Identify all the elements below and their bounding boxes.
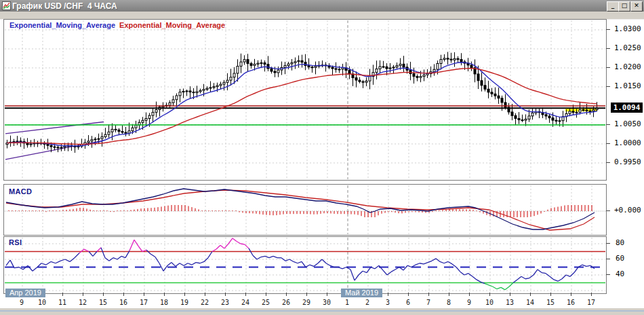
date-label: 16 xyxy=(563,299,578,306)
month-label: Апр 2019 xyxy=(5,289,45,297)
date-tick-mark xyxy=(83,293,83,296)
date-tick-mark xyxy=(184,293,185,296)
date-tick-mark xyxy=(306,293,307,296)
date-label: 14 xyxy=(523,299,538,306)
date-tick-mark xyxy=(449,293,449,296)
indicator-legend: Exponential_Moving_Average Exponential_M… xyxy=(9,21,225,29)
date-label: 22 xyxy=(197,299,212,306)
date-tick-mark xyxy=(408,293,409,296)
date-label: 9 xyxy=(14,299,29,306)
date-label: 9 xyxy=(462,299,477,306)
date-label: 3 xyxy=(380,299,395,306)
price-tick-mark xyxy=(606,162,610,163)
macd-zero-label: +0.000 xyxy=(614,206,641,215)
rsi-label: RSI xyxy=(9,238,22,246)
date-label: 13 xyxy=(502,299,517,306)
price-tick-mark xyxy=(606,48,610,49)
date-label: 18 xyxy=(157,299,172,306)
price-tick-label: 1.0250 xyxy=(614,43,641,52)
date-label: 12 xyxy=(75,299,90,306)
date-label: 7 xyxy=(421,299,436,306)
date-tick-mark xyxy=(591,293,592,296)
date-label: 15 xyxy=(96,299,110,306)
date-tick-mark xyxy=(489,293,490,296)
status-strip xyxy=(0,308,644,315)
date-tick-mark xyxy=(225,293,226,296)
price-tick-label: 1.0300 xyxy=(614,24,641,33)
rsi-panel[interactable] xyxy=(3,236,607,294)
date-tick-mark xyxy=(286,293,287,296)
date-tick-mark xyxy=(530,293,531,296)
date-tick-mark xyxy=(388,293,388,296)
rsi-tick-mark xyxy=(606,243,610,244)
date-label: 16 xyxy=(116,299,131,306)
month-label: Май 2019 xyxy=(341,289,382,297)
minimize-button[interactable]: _ xyxy=(607,1,619,12)
ema-legend-blue: Exponential_Moving_Average xyxy=(9,21,115,29)
main-chart-panel[interactable] xyxy=(3,19,607,181)
macd-canvas[interactable] xyxy=(4,185,606,235)
macd-label: MACD xyxy=(9,187,32,196)
date-tick-mark xyxy=(550,293,551,296)
date-tick-mark xyxy=(103,293,104,296)
rsi-canvas[interactable] xyxy=(4,237,606,293)
date-tick-mark xyxy=(510,293,510,296)
date-label: 26 xyxy=(279,299,294,306)
price-tick-mark xyxy=(606,67,610,68)
date-tick-mark xyxy=(266,293,266,296)
rsi-tick-label: 40 xyxy=(616,270,624,278)
price-tick-mark xyxy=(606,124,610,125)
date-tick-mark xyxy=(205,293,205,296)
macd-zero-tick xyxy=(606,210,610,211)
price-tick-label: 1.0150 xyxy=(614,81,641,90)
rsi-tick-mark xyxy=(606,259,610,259)
date-label: 25 xyxy=(258,299,273,306)
date-label: 11 xyxy=(55,299,70,306)
date-label: 15 xyxy=(543,299,558,306)
price-tick-mark xyxy=(606,143,610,144)
price-tick-label: 1.0050 xyxy=(614,119,641,128)
chart-window: График USD /CHF 4 ЧАСА _ □ ✕ Exponential… xyxy=(0,0,644,315)
date-tick-mark xyxy=(245,293,246,296)
date-label: 1 xyxy=(340,299,355,306)
rsi-tick-label: 60 xyxy=(616,254,624,263)
rsi-tick-label: 80 xyxy=(616,238,624,247)
window-title: График USD /CHF 4 ЧАСА xyxy=(12,1,117,11)
price-tick-mark xyxy=(606,86,610,87)
maximize-button[interactable]: □ xyxy=(618,1,630,12)
title-bar[interactable]: График USD /CHF 4 ЧАСА xyxy=(0,0,644,12)
chart-icon xyxy=(2,1,11,10)
main-chart-canvas[interactable] xyxy=(4,20,606,180)
date-tick-mark xyxy=(428,293,429,296)
macd-panel[interactable] xyxy=(3,184,607,236)
status-strip-line xyxy=(0,310,644,312)
date-label: 29 xyxy=(299,299,314,306)
price-tick-label: 1.0000 xyxy=(614,138,641,147)
price-tick-mark xyxy=(606,29,610,30)
rsi-tick-mark xyxy=(606,274,610,275)
date-label: 2 xyxy=(360,299,375,306)
close-button[interactable]: ✕ xyxy=(630,1,643,12)
date-tick-mark xyxy=(469,293,470,296)
date-label: 30 xyxy=(319,299,334,306)
date-tick-mark xyxy=(62,293,63,296)
date-label: 10 xyxy=(482,299,497,306)
ema-legend-red: Exponential_Moving_Average xyxy=(119,21,225,29)
date-label: 19 xyxy=(177,299,192,306)
date-label: 8 xyxy=(441,299,456,306)
price-tick-label: 0.9950 xyxy=(614,158,641,166)
date-tick-mark xyxy=(327,293,327,296)
date-label: 6 xyxy=(401,299,416,306)
date-tick-mark xyxy=(571,293,571,296)
current-price-badge: 1.0094 xyxy=(611,103,643,113)
price-tick-label: 1.0200 xyxy=(614,62,641,71)
date-label: 17 xyxy=(136,299,151,306)
date-tick-mark xyxy=(144,293,144,296)
date-tick-mark xyxy=(164,293,165,296)
date-label: 17 xyxy=(584,299,599,306)
date-label: 24 xyxy=(238,299,253,306)
date-label: 10 xyxy=(35,299,49,306)
date-tick-mark xyxy=(123,293,124,296)
date-label: 23 xyxy=(218,299,233,306)
